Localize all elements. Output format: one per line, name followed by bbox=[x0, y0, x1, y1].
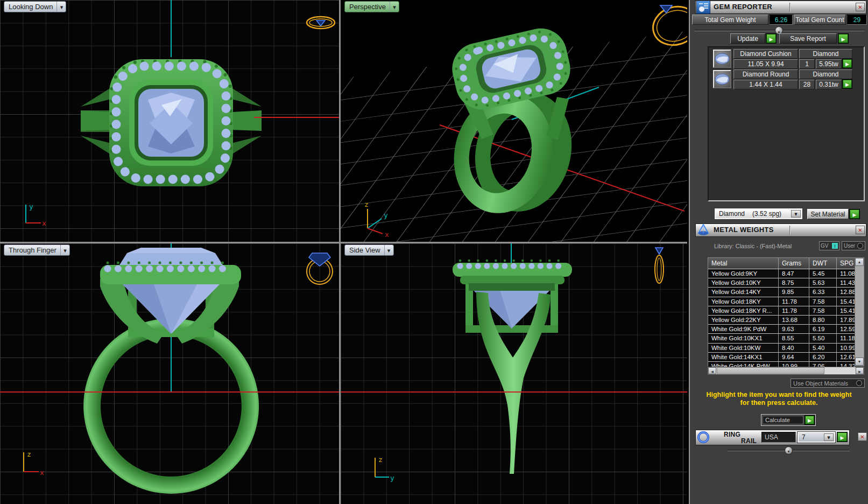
play-icon bbox=[845, 60, 849, 67]
save-report-button[interactable]: Save Report bbox=[779, 33, 837, 44]
metal-table-row[interactable]: White Gold:14KX1 9.64 6.20 12.61 bbox=[708, 353, 855, 362]
chevron-left-icon bbox=[711, 367, 714, 375]
gem-row-run-button[interactable] bbox=[843, 80, 852, 88]
cell-spg: 17.89 bbox=[837, 316, 855, 324]
update-button[interactable]: Update bbox=[730, 33, 765, 44]
viewport-splitter-horizontal[interactable] bbox=[0, 242, 687, 243]
ring-size-arrow[interactable] bbox=[824, 433, 834, 441]
gem-reporter-close-button[interactable] bbox=[856, 3, 865, 11]
chevron-down-icon bbox=[393, 3, 396, 11]
play-icon bbox=[841, 433, 844, 441]
cell-spg: 11.08 bbox=[837, 269, 855, 278]
metal-table-row[interactable]: Yellow Gold:10KY 8.75 5.63 11.43 bbox=[708, 278, 855, 288]
ring-standard-field[interactable]: USA bbox=[761, 432, 796, 443]
metal-table-row[interactable]: Yellow Gold:9KY 8.47 5.45 11.08 bbox=[708, 269, 855, 278]
table-horizontal-scrollbar[interactable] bbox=[708, 367, 864, 375]
viewport-looking-down[interactable]: Looking Down bbox=[0, 0, 339, 242]
metal-table-row[interactable]: White Gold:9K PdW 9.63 6.19 12.59 bbox=[708, 325, 855, 334]
gem-size: 1.44 X 1.44 bbox=[733, 80, 798, 89]
svg-text:y: y bbox=[29, 202, 33, 211]
set-material-button[interactable]: Set Material bbox=[807, 209, 849, 219]
play-icon bbox=[845, 80, 849, 88]
user-toggle[interactable]: User bbox=[842, 241, 865, 250]
metal-table-row[interactable]: White Gold:10KW 8.40 5.40 10.99 bbox=[708, 344, 855, 353]
material-select-arrow[interactable] bbox=[791, 210, 801, 218]
ring-top-view-render: y x bbox=[0, 0, 339, 242]
ring-orientation-icon bbox=[648, 1, 687, 51]
use-object-materials-toggle[interactable]: Use Object Materials bbox=[791, 379, 865, 388]
axis-indicator: y x bbox=[26, 202, 46, 227]
metal-table-row[interactable]: Yellow Gold:18KY R... 11.78 7.58 15.41 bbox=[708, 306, 855, 316]
table-vertical-scrollbar[interactable]: ▲ ▼ bbox=[855, 258, 864, 366]
svg-text:y: y bbox=[390, 474, 394, 482]
gem-row-run-button[interactable] bbox=[843, 59, 852, 68]
viewport-splitter-vertical[interactable] bbox=[339, 0, 341, 504]
gem-list-item[interactable]: Diamond Cushion Diamond 11.05 X 9.94 1 5… bbox=[710, 49, 855, 69]
metal-table-row[interactable]: Yellow Gold:18KY 11.78 7.58 15.41 bbox=[708, 297, 855, 306]
ring-size-select[interactable]: 7 bbox=[798, 432, 835, 443]
svg-text:x: x bbox=[42, 219, 46, 227]
chevron-down-icon bbox=[787, 447, 791, 454]
calculate-button[interactable]: Calculate bbox=[763, 416, 803, 424]
scroll-down-button[interactable]: ▼ bbox=[855, 358, 864, 366]
metal-table-row[interactable]: Yellow Gold:14KY 9.85 6.33 12.88 bbox=[708, 288, 855, 297]
scrollbar-thumb[interactable] bbox=[717, 367, 824, 374]
ring-rail-run-button[interactable] bbox=[837, 432, 847, 442]
close-icon bbox=[858, 226, 862, 234]
update-run-button[interactable] bbox=[766, 34, 776, 43]
viewport-side-view[interactable]: Side View bbox=[341, 243, 687, 504]
set-material-run-button[interactable] bbox=[850, 209, 859, 219]
save-report-run-button[interactable] bbox=[838, 34, 848, 43]
scroll-up-button[interactable]: ▲ bbox=[855, 258, 864, 266]
viewport-menu-button[interactable] bbox=[384, 245, 393, 255]
scroll-right-button[interactable] bbox=[856, 367, 864, 374]
cell-metal: Yellow Gold:14KY bbox=[708, 288, 779, 296]
gem-count: 28 bbox=[799, 80, 815, 89]
calculate-run-button[interactable] bbox=[805, 416, 814, 424]
material-select[interactable]: Diamond (3.52 spg) bbox=[715, 208, 802, 219]
cell-spg: 15.41 bbox=[837, 306, 855, 315]
viewport-label: Perspective bbox=[349, 3, 386, 11]
cell-grams: 13.68 bbox=[779, 316, 809, 324]
viewport-through-finger[interactable]: Through Finger bbox=[0, 243, 339, 504]
total-gem-count-label: Total Gem Count bbox=[794, 15, 846, 25]
chevron-down-icon bbox=[63, 246, 67, 254]
viewport-perspective[interactable]: Perspective bbox=[341, 0, 687, 242]
gem-list-item[interactable]: Diamond Round Diamond 1.44 X 1.44 28 0.3… bbox=[710, 69, 855, 89]
viewport-menu-button[interactable] bbox=[390, 2, 399, 12]
viewport-menu-button[interactable] bbox=[60, 245, 69, 255]
ring-side-view-render: z y bbox=[341, 243, 687, 504]
gv-indicator: I bbox=[832, 243, 838, 249]
cell-metal: Yellow Gold:18KY bbox=[708, 297, 779, 306]
col-spg[interactable]: SPG bbox=[837, 258, 855, 269]
gv-toggle[interactable]: GV I bbox=[819, 241, 839, 250]
metal-table-row[interactable]: Yellow Gold:22KY 13.68 8.80 17.89 bbox=[708, 316, 855, 325]
gem-material: Diamond bbox=[799, 49, 852, 59]
col-grams[interactable]: Grams bbox=[779, 258, 809, 269]
total-gem-weight-label: Total Gem Weight bbox=[692, 15, 768, 25]
metal-table-row[interactable]: White Gold:10KX1 8.55 5.50 11.18 bbox=[708, 334, 855, 343]
ring-rail-collapse-handle[interactable] bbox=[785, 446, 793, 454]
col-dwt[interactable]: DWT bbox=[809, 258, 837, 269]
viewport-tab-looking-down[interactable]: Looking Down bbox=[4, 1, 66, 12]
cell-spg: 11.43 bbox=[837, 278, 855, 287]
ring-perspective-render: z y x bbox=[341, 0, 687, 242]
scroll-left-button[interactable] bbox=[708, 367, 716, 374]
play-icon bbox=[808, 416, 811, 424]
viewport-tab-perspective[interactable]: Perspective bbox=[344, 1, 399, 12]
cell-dwt: 8.80 bbox=[809, 316, 837, 324]
viewport-tab-through-finger[interactable]: Through Finger bbox=[4, 244, 70, 256]
svg-text:x: x bbox=[385, 230, 389, 239]
metal-table-header[interactable]: Metal Grams DWT SPG bbox=[708, 258, 855, 269]
close-icon bbox=[860, 433, 864, 440]
total-gem-count-value: 29 bbox=[847, 15, 867, 25]
viewport-tab-side-view[interactable]: Side View bbox=[344, 244, 394, 256]
use-object-materials-label: Use Object Materials bbox=[793, 380, 848, 387]
col-metal[interactable]: Metal bbox=[708, 258, 779, 269]
ring-rail-close-button[interactable] bbox=[858, 432, 867, 441]
cell-spg: 15.41 bbox=[837, 297, 855, 306]
metal-weights-close-button[interactable] bbox=[856, 226, 865, 234]
gem-thumbnail-icon bbox=[713, 50, 731, 68]
viewport-menu-button[interactable] bbox=[57, 2, 66, 12]
play-icon bbox=[770, 35, 773, 43]
